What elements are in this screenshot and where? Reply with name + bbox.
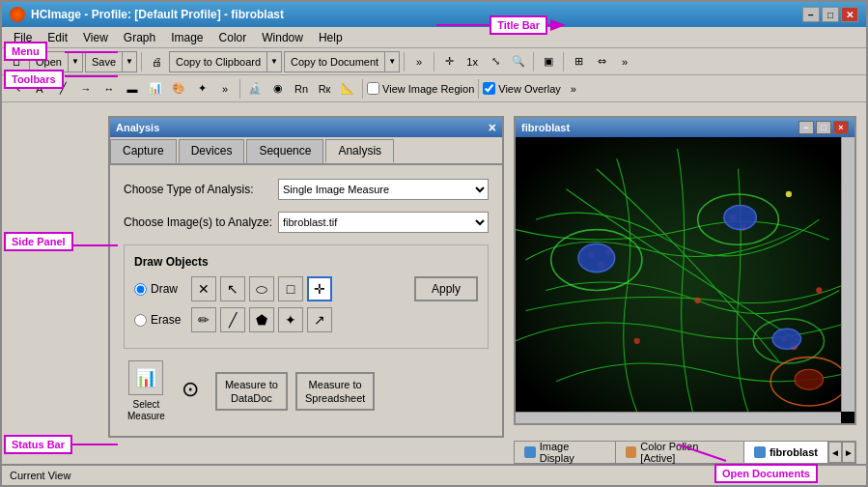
tab-fibroblast[interactable]: fibroblast bbox=[744, 442, 828, 463]
print-button[interactable]: 🖨 bbox=[146, 51, 167, 72]
menu-help[interactable]: Help bbox=[311, 29, 350, 46]
copy-document-arrow[interactable]: ▼ bbox=[385, 52, 399, 72]
minimize-button[interactable]: − bbox=[802, 7, 820, 22]
tb2-sep-2 bbox=[362, 79, 363, 99]
erase-poly[interactable]: ⬟ bbox=[249, 307, 274, 332]
menu-bar: File Edit View Graph Image Color Window … bbox=[2, 27, 866, 48]
copy-clipboard-button[interactable]: Copy to Clipboard bbox=[170, 52, 267, 72]
cell-visualization bbox=[516, 137, 854, 423]
tab-image-display[interactable]: Image Display bbox=[515, 442, 616, 463]
choose-type-select[interactable]: Single Image Measure bbox=[278, 179, 489, 200]
sep-5 bbox=[563, 52, 564, 72]
sep-1 bbox=[141, 52, 142, 72]
image-scrollbar-horizontal[interactable] bbox=[516, 412, 841, 423]
window-title: HCImage - Profile: [Default Profile] - f… bbox=[31, 8, 284, 21]
tab-nav-left[interactable]: ◄ bbox=[828, 442, 842, 463]
close-button[interactable]: ✕ bbox=[841, 7, 858, 22]
svg-point-13 bbox=[634, 338, 640, 344]
tb2-star[interactable]: ✦ bbox=[191, 78, 212, 100]
image-minimize[interactable]: − bbox=[798, 121, 814, 134]
image-close[interactable]: × bbox=[833, 121, 849, 134]
tab-color-pollen-label: Color Pollen [Active] bbox=[640, 441, 734, 464]
zoom-out-btn[interactable]: 🔍 bbox=[508, 51, 529, 72]
tb2-chart[interactable]: 📊 bbox=[145, 78, 166, 100]
tab-capture[interactable]: Capture bbox=[110, 139, 177, 163]
open-arrow[interactable]: ▼ bbox=[69, 52, 82, 72]
draw-radio[interactable] bbox=[134, 283, 147, 296]
side-panel-annotation: Side Panel bbox=[4, 232, 73, 251]
tab-devices[interactable]: Devices bbox=[179, 139, 245, 163]
tab-fibroblast-label: fibroblast bbox=[770, 446, 818, 458]
svg-point-14 bbox=[816, 287, 822, 293]
select-measure-item[interactable]: 📊 SelectMeasure bbox=[127, 360, 165, 422]
copy-document-button[interactable]: Copy to Document bbox=[285, 52, 385, 72]
choose-images-select[interactable]: fibroblast.tif bbox=[278, 212, 489, 233]
tb2-arrow[interactable]: → bbox=[75, 78, 97, 100]
menu-view[interactable]: View bbox=[75, 29, 116, 46]
toolbar-more-2[interactable]: » bbox=[614, 51, 635, 72]
image-scrollbar-vertical[interactable] bbox=[841, 137, 854, 412]
tool-pointer[interactable]: ↖ bbox=[220, 276, 245, 301]
apply-button[interactable]: Apply bbox=[414, 276, 478, 301]
menu-graph[interactable]: Graph bbox=[116, 29, 163, 46]
sliders-btn[interactable]: ⇔ bbox=[591, 51, 612, 72]
image-maximize[interactable]: □ bbox=[816, 121, 831, 134]
save-button[interactable]: Save bbox=[86, 52, 123, 72]
erase-star[interactable]: ✦ bbox=[278, 307, 303, 332]
tb2-obj1[interactable]: 🔬 bbox=[244, 78, 266, 100]
tb2-color[interactable]: 🎨 bbox=[168, 78, 189, 100]
tb2-obj2[interactable]: ◉ bbox=[267, 78, 289, 100]
tab-sequence[interactable]: Sequence bbox=[246, 139, 323, 163]
view-image-region-label: View Image Region bbox=[367, 82, 474, 95]
tb2-obj5[interactable]: 📐 bbox=[337, 78, 358, 100]
tb2-more[interactable]: » bbox=[214, 78, 236, 100]
erase-row: Erase ✏ ╱ ⬟ ✦ ↗ bbox=[134, 307, 478, 332]
tool-move[interactable]: ✛ bbox=[307, 276, 332, 301]
toolbar-more-1[interactable]: » bbox=[408, 51, 430, 72]
erase-pen[interactable]: ✏ bbox=[191, 307, 216, 332]
copy-clipboard-arrow[interactable]: ▼ bbox=[267, 52, 281, 72]
app-icon bbox=[10, 7, 25, 22]
measure-datadoc-button[interactable]: Measure toDataDoc bbox=[215, 372, 288, 412]
tab-bar: Capture Devices Sequence Analysis bbox=[110, 137, 502, 165]
panel-close-button[interactable]: × bbox=[489, 120, 496, 135]
sep-3 bbox=[434, 52, 434, 72]
tb2-ruler[interactable]: ↔ bbox=[98, 78, 120, 100]
tab-analysis[interactable]: Analysis bbox=[325, 139, 394, 163]
erase-line[interactable]: ╱ bbox=[220, 307, 245, 332]
tb2-obj4[interactable]: Rк bbox=[314, 78, 335, 100]
menu-image[interactable]: Image bbox=[163, 29, 210, 46]
erase-radio[interactable] bbox=[134, 314, 147, 327]
fit-btn[interactable]: ⤡ bbox=[485, 51, 506, 72]
maximize-button[interactable]: □ bbox=[822, 7, 839, 22]
zoom-btn[interactable]: 1x bbox=[462, 51, 483, 72]
sep-2 bbox=[404, 52, 405, 72]
tool-oval[interactable]: ⬭ bbox=[249, 276, 274, 301]
view-overlay-checkbox[interactable] bbox=[483, 82, 495, 95]
tb2-bar[interactable]: ▬ bbox=[122, 78, 143, 100]
save-dropdown[interactable]: Save ▼ bbox=[85, 51, 137, 72]
tool-rect[interactable]: □ bbox=[278, 276, 303, 301]
tab-nav-right[interactable]: ► bbox=[842, 442, 855, 463]
measure-spreadsheet-button[interactable]: Measure toMeasure to SpreadsheetSpreadsh… bbox=[295, 372, 375, 412]
grid-btn[interactable]: ⊞ bbox=[568, 51, 589, 72]
tb2-obj3[interactable]: Rn bbox=[291, 78, 312, 100]
tab-color-pollen[interactable]: Color Pollen [Active] bbox=[616, 442, 744, 463]
tab-nav: ◄ ► bbox=[828, 442, 855, 463]
view-image-region-checkbox[interactable] bbox=[367, 82, 379, 95]
display-btn[interactable]: ▣ bbox=[538, 51, 559, 72]
save-arrow[interactable]: ▼ bbox=[123, 52, 136, 72]
menu-window[interactable]: Window bbox=[254, 29, 311, 46]
menu-color[interactable]: Color bbox=[211, 29, 255, 46]
tb2-more-2[interactable]: » bbox=[563, 78, 584, 100]
action-row: 📊 SelectMeasure ⊙ Measure toDataDoc Meas… bbox=[124, 360, 489, 422]
svg-point-12 bbox=[694, 298, 700, 303]
status-text: Current View bbox=[10, 470, 70, 481]
toolbar-2: ↖ A ╱ → ↔ ▬ 📊 🎨 ✦ » 🔬 ◉ Rn Rк 📐 View Ima… bbox=[2, 75, 866, 102]
svg-point-15 bbox=[578, 244, 615, 272]
crosshair-btn[interactable]: ✛ bbox=[438, 51, 460, 72]
erase-arrow[interactable]: ↗ bbox=[307, 307, 332, 332]
tool-cross[interactable]: ✕ bbox=[191, 276, 216, 301]
copy-document-dropdown[interactable]: Copy to Document ▼ bbox=[284, 51, 400, 72]
copy-clipboard-dropdown[interactable]: Copy to Clipboard ▼ bbox=[169, 51, 282, 72]
